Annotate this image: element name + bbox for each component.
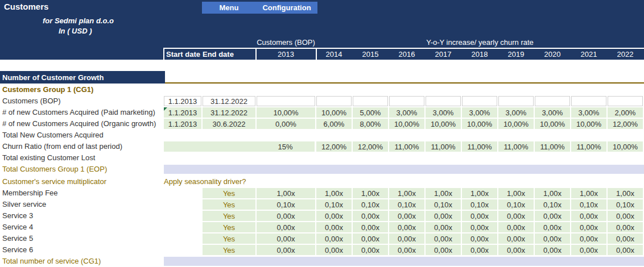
value-cell[interactable]: 0,00x (316, 233, 352, 244)
value-cell[interactable]: 10,00% (571, 119, 606, 129)
value-cell[interactable]: 0,10x (353, 199, 388, 210)
value-cell[interactable]: 3,00% (498, 107, 534, 118)
value-cell[interactable]: 1,00x (571, 188, 606, 198)
value-cell[interactable]: 0,00x (257, 233, 315, 244)
value-cell[interactable]: 0,00x (462, 222, 497, 232)
value-cell[interactable] (389, 96, 424, 106)
value-cell[interactable]: 11,00% (426, 141, 461, 152)
value-cell[interactable]: 12,00% (316, 141, 352, 152)
value-cell[interactable]: 3,00% (571, 107, 606, 118)
value-cell[interactable]: 0,00x (316, 222, 352, 232)
value-cell[interactable]: 0,00x (389, 233, 424, 244)
value-cell[interactable]: 0,10x (462, 199, 497, 210)
value-cell[interactable] (462, 96, 497, 106)
value-cell[interactable]: 0,00x (353, 211, 388, 221)
value-cell[interactable]: 0,00x (257, 222, 315, 232)
start-date-cell[interactable]: 1.1.2013 (164, 96, 201, 106)
value-cell[interactable]: 6,00% (316, 119, 352, 129)
value-cell[interactable]: 11,00% (462, 141, 497, 152)
value-cell[interactable]: 1,00x (257, 188, 315, 198)
value-cell[interactable]: 11,00% (389, 141, 424, 152)
start-date-cell[interactable]: 1.1.2013 (164, 107, 201, 118)
value-cell[interactable]: 0,00x (608, 245, 643, 255)
value-cell[interactable]: 1,00x (389, 188, 424, 198)
value-cell[interactable]: 0,00x (608, 222, 643, 232)
value-cell[interactable]: 0,00x (462, 245, 497, 255)
value-cell[interactable]: 0,00x (353, 245, 388, 255)
value-cell[interactable]: 10,00% (498, 119, 534, 129)
value-cell[interactable]: 0,00x (571, 245, 606, 255)
value-cell[interactable]: 5,00% (353, 107, 388, 118)
value-cell[interactable]: 12,00% (353, 141, 388, 152)
value-cell[interactable]: 12,00% (608, 119, 643, 129)
value-cell[interactable]: 0,00x (426, 245, 461, 255)
value-cell[interactable]: 0,00x (498, 211, 534, 221)
value-cell[interactable]: 10,00% (389, 119, 424, 129)
configuration-button[interactable]: Configuration (256, 2, 317, 14)
churn-merged-cell[interactable]: 15% (164, 141, 315, 152)
seasonality-toggle[interactable]: Yes (203, 199, 255, 210)
end-date-cell[interactable]: 30.6.2022 (203, 119, 255, 129)
value-cell[interactable]: 1,00x (353, 188, 388, 198)
value-cell[interactable]: 0,00x (498, 245, 534, 255)
value-cell[interactable]: 0,00x (426, 211, 461, 221)
value-cell[interactable] (257, 96, 315, 106)
value-cell[interactable]: 0,00x (257, 211, 315, 221)
value-cell[interactable] (535, 96, 570, 106)
value-cell[interactable]: 0,00x (257, 245, 315, 255)
value-cell[interactable]: 10,00% (257, 107, 315, 118)
value-cell[interactable]: 10,00% (608, 141, 643, 152)
value-cell[interactable]: 0,00x (462, 211, 497, 221)
value-cell[interactable]: 0,00x (498, 222, 534, 232)
menu-button[interactable]: Menu (202, 2, 256, 14)
value-cell[interactable]: 0,00x (389, 211, 424, 221)
value-cell[interactable]: 11,00% (498, 141, 534, 152)
value-cell[interactable]: 10,00% (316, 107, 352, 118)
value-cell[interactable]: 0,00x (353, 233, 388, 244)
value-cell[interactable]: 0,10x (389, 199, 424, 210)
value-cell[interactable]: 0,00x (389, 245, 424, 255)
value-cell[interactable]: 3,00% (426, 107, 461, 118)
value-cell[interactable]: 0,00% (257, 119, 315, 129)
value-cell[interactable]: 0,00x (535, 233, 570, 244)
value-cell[interactable] (571, 96, 606, 106)
start-date-cell[interactable]: 1.1.2013 (164, 119, 201, 129)
value-cell[interactable]: 0,00x (316, 245, 352, 255)
value-cell[interactable]: 0,00x (535, 222, 570, 232)
value-cell[interactable]: 10,00% (535, 119, 570, 129)
value-cell[interactable]: 0,10x (535, 199, 570, 210)
value-cell[interactable]: 1,00x (426, 188, 461, 198)
seasonality-toggle[interactable]: Yes (203, 222, 255, 232)
seasonality-toggle[interactable]: Yes (203, 188, 255, 198)
value-cell[interactable]: 0,00x (608, 211, 643, 221)
value-cell[interactable]: 0,00x (426, 233, 461, 244)
end-date-cell[interactable]: 31.12.2022 (203, 96, 255, 106)
value-cell[interactable]: 3,00% (535, 107, 570, 118)
value-cell[interactable]: 0,00x (316, 211, 352, 221)
value-cell[interactable]: 0,00x (608, 233, 643, 244)
value-cell[interactable] (498, 96, 534, 106)
value-cell[interactable] (426, 96, 461, 106)
value-cell[interactable]: 3,00% (462, 107, 497, 118)
value-cell[interactable]: 1,00x (535, 188, 570, 198)
value-cell[interactable]: 0,00x (535, 245, 570, 255)
value-cell[interactable]: 0,00x (426, 222, 461, 232)
value-cell[interactable]: 10,00% (462, 119, 497, 129)
value-cell[interactable]: 0,00x (571, 211, 606, 221)
value-cell[interactable]: 3,00% (389, 107, 424, 118)
value-cell[interactable]: 11,00% (571, 141, 606, 152)
seasonality-toggle[interactable]: Yes (203, 245, 255, 255)
value-cell[interactable]: 0,00x (462, 233, 497, 244)
value-cell[interactable]: 10,00% (426, 119, 461, 129)
value-cell[interactable]: 0,10x (316, 199, 352, 210)
value-cell[interactable]: 11,00% (535, 141, 570, 152)
value-cell[interactable]: 0,00x (571, 222, 606, 232)
seasonality-toggle[interactable]: Yes (203, 211, 255, 221)
value-cell[interactable] (353, 96, 388, 106)
value-cell[interactable]: 0,10x (426, 199, 461, 210)
value-cell[interactable]: 0,00x (498, 233, 534, 244)
value-cell[interactable]: 0,10x (257, 199, 315, 210)
value-cell[interactable] (608, 96, 643, 106)
value-cell[interactable]: 0,00x (535, 211, 570, 221)
value-cell[interactable]: 8,00% (353, 119, 388, 129)
